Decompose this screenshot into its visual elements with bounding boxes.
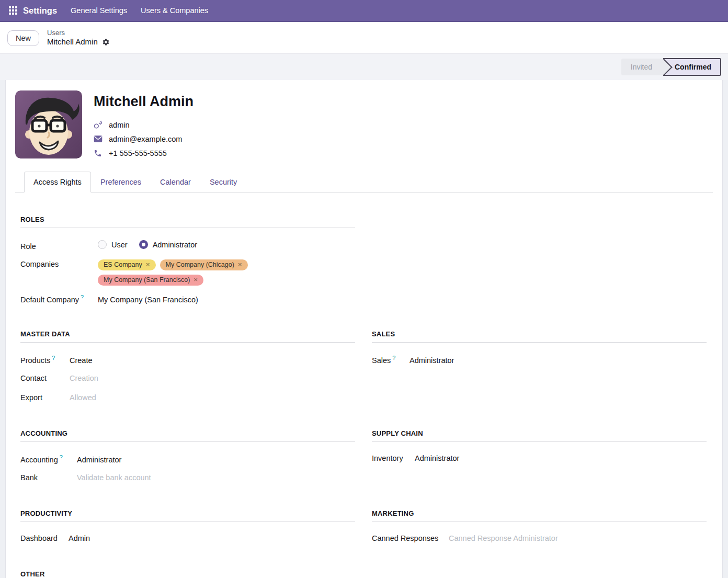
section-title-master-data: MASTER DATA xyxy=(20,330,355,343)
role-label: Role xyxy=(20,242,98,251)
company-tag[interactable]: My Company (San Francisco) × xyxy=(98,275,203,286)
section-marketing: MARKETING Canned Responses Canned Respon… xyxy=(372,509,707,553)
role-option-user[interactable]: User xyxy=(98,240,128,249)
company-tag[interactable]: My Company (Chicago) × xyxy=(160,259,248,270)
section-sales: SALES Sales? Administrator xyxy=(372,330,707,413)
close-icon[interactable]: × xyxy=(146,261,150,268)
phone-value[interactable]: +1 555-555-5555 xyxy=(109,149,167,157)
close-icon[interactable]: × xyxy=(194,276,198,284)
dashboard-value[interactable]: Admin xyxy=(69,534,90,542)
role-option-administrator[interactable]: Administrator xyxy=(139,240,197,249)
help-icon[interactable]: ? xyxy=(60,454,63,460)
bank-value[interactable]: Validate bank account xyxy=(77,473,151,482)
app-title[interactable]: Settings xyxy=(23,6,57,16)
menu-general-settings[interactable]: General Settings xyxy=(71,6,127,15)
email-value[interactable]: admin@example.com xyxy=(109,135,182,143)
breadcrumb-current: Mitchell Admin xyxy=(47,37,98,47)
section-accounting: ACCOUNTING Accounting? Administrator Ban… xyxy=(20,429,355,493)
products-value[interactable]: Create xyxy=(70,356,93,365)
section-supply-chain: SUPPLY CHAIN Inventory Administrator xyxy=(372,429,707,493)
default-company-label: Default Company? xyxy=(20,294,98,304)
notebook-tabs: Access Rights Preferences Calendar Secur… xyxy=(15,171,713,192)
accounting-label: Accounting? xyxy=(20,454,77,464)
breadcrumb-parent-users[interactable]: Users xyxy=(47,29,110,37)
canned-responses-value[interactable]: Canned Response Administrator xyxy=(449,534,558,542)
section-roles: ROLES Role User Administrator xyxy=(20,216,355,313)
inventory-label: Inventory xyxy=(372,454,415,462)
section-master-data: MASTER DATA Products? Create Contact Cre… xyxy=(20,330,355,413)
statusbar: Invited Confirmed xyxy=(621,58,721,76)
section-title-other: OTHER xyxy=(20,570,355,578)
default-company-value[interactable]: My Company (San Francisco) xyxy=(98,296,198,304)
login-value: admin xyxy=(109,121,130,129)
section-productivity: PRODUCTIVITY Dashboard Admin xyxy=(20,509,355,553)
contact-label: Contact xyxy=(20,374,70,382)
section-title-accounting: ACCOUNTING xyxy=(20,429,355,442)
help-icon[interactable]: ? xyxy=(52,355,55,361)
apps-grid-icon[interactable] xyxy=(9,6,17,15)
section-other: OTHER Channable? Administrator xyxy=(20,570,355,578)
section-title-supply-chain: SUPPLY CHAIN xyxy=(372,429,707,442)
tab-access-rights[interactable]: Access Rights xyxy=(24,172,91,192)
menu-users-companies[interactable]: Users & Companies xyxy=(141,6,208,15)
section-title-sales: SALES xyxy=(372,330,707,343)
section-title-marketing: MARKETING xyxy=(372,509,707,522)
help-icon[interactable]: ? xyxy=(392,355,395,361)
help-icon[interactable]: ? xyxy=(81,294,84,300)
sales-label: Sales? xyxy=(372,355,410,365)
form-sheet: Mitchell Admin admin admin@example.com xyxy=(5,80,723,578)
canned-responses-label: Canned Responses xyxy=(372,534,449,542)
tab-preferences[interactable]: Preferences xyxy=(91,172,151,192)
company-tag[interactable]: ES Company × xyxy=(98,259,156,270)
role-radio-group: User Administrator xyxy=(98,240,197,249)
export-value[interactable]: Allowed xyxy=(70,393,96,402)
breadcrumb: Users Mitchell Admin xyxy=(47,29,110,47)
export-label: Export xyxy=(20,393,70,402)
app-switcher[interactable]: Settings xyxy=(9,6,57,16)
close-icon[interactable]: × xyxy=(238,261,242,268)
status-band: Invited Confirmed xyxy=(0,53,728,80)
inventory-value[interactable]: Administrator xyxy=(415,454,459,462)
companies-label: Companies xyxy=(20,260,98,268)
bank-label: Bank xyxy=(20,473,77,482)
phone-icon xyxy=(94,149,103,157)
dashboard-label: Dashboard xyxy=(20,534,69,542)
section-title-roles: ROLES xyxy=(20,216,355,228)
profile-header: Mitchell Admin admin admin@example.com xyxy=(15,90,713,163)
radio-unchecked-icon[interactable] xyxy=(98,240,107,249)
companies-tags: ES Company × My Company (Chicago) × My C… xyxy=(98,259,355,286)
breadcrumb-bar: New Users Mitchell Admin xyxy=(0,22,728,53)
radio-checked-icon[interactable] xyxy=(139,240,148,249)
sales-value[interactable]: Administrator xyxy=(410,356,454,365)
section-title-productivity: PRODUCTIVITY xyxy=(20,509,355,522)
contact-value[interactable]: Creation xyxy=(70,374,98,382)
tab-calendar[interactable]: Calendar xyxy=(151,172,200,192)
gear-icon[interactable] xyxy=(102,38,110,46)
new-button[interactable]: New xyxy=(7,30,39,46)
products-label: Products? xyxy=(20,355,70,365)
avatar[interactable] xyxy=(15,90,82,158)
accounting-value[interactable]: Administrator xyxy=(77,456,121,464)
tab-security[interactable]: Security xyxy=(200,172,246,192)
user-name-title: Mitchell Admin xyxy=(94,94,194,110)
top-navbar: Settings General Settings Users & Compan… xyxy=(0,0,728,22)
envelope-icon xyxy=(94,134,103,143)
key-icon xyxy=(94,120,103,129)
